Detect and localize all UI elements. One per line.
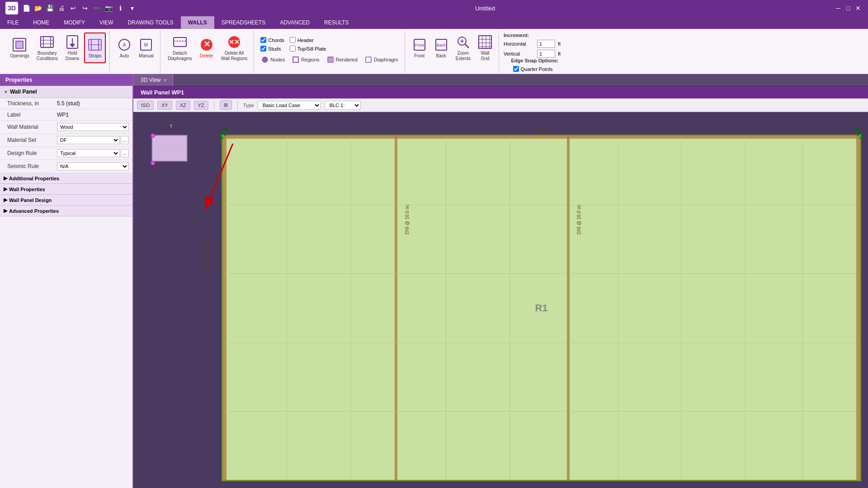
stud-line-2: [567, 136, 570, 480]
quarter-points-checkbox[interactable]: [513, 66, 519, 72]
h-grid-2: [223, 273, 860, 274]
print-icon[interactable]: 🖨: [57, 4, 66, 13]
boundary-conditions-icon: [40, 35, 54, 49]
wall-panel-design-section[interactable]: ▶ Wall Panel Design: [0, 195, 132, 206]
svg-marker-27: [366, 57, 371, 62]
seismic-rule-label: Seismic Rule: [7, 163, 57, 169]
preview-dot-2: [151, 161, 155, 165]
v-grid-4: [509, 136, 510, 480]
minus-icon[interactable]: ➖: [92, 4, 101, 13]
type-label: Type: [243, 103, 254, 108]
material-set-select[interactable]: DF: [57, 136, 120, 144]
node-label-n1: N1: [854, 126, 860, 131]
wall-grid-button[interactable]: WallGrid: [475, 33, 495, 63]
header-checkbox[interactable]: [290, 37, 296, 43]
detach-diaphragms-button[interactable]: DetachDiaphragms: [165, 33, 195, 63]
wall-panel-collapse-icon: ▼: [4, 89, 8, 94]
detach-diaphragms-icon: [173, 35, 187, 49]
rendered-button[interactable]: Rendered: [324, 55, 360, 64]
studs-checkbox[interactable]: [260, 46, 266, 52]
zoom-extents-button[interactable]: ZoomExtents: [453, 33, 473, 63]
diaphragm-button[interactable]: Diaphragm: [362, 55, 401, 64]
maximize-button[interactable]: □: [844, 4, 853, 13]
left-stud: [223, 136, 226, 480]
info-icon[interactable]: ℹ: [116, 4, 125, 13]
properties-content: ▼ Wall Panel Thickness, in 5.5 (stud) La…: [0, 86, 132, 488]
layout-button[interactable]: ⊞: [220, 100, 232, 110]
wall-properties-icon: ▶: [4, 186, 7, 192]
iso-view-button[interactable]: ISO: [137, 101, 154, 110]
wall-properties-section[interactable]: ▶ Wall Properties: [0, 184, 132, 195]
top-sill-checkbox[interactable]: [290, 46, 296, 52]
3d-view-tab-close[interactable]: ✕: [163, 78, 167, 83]
additional-properties-section[interactable]: ▶ Additional Properties: [0, 173, 132, 184]
zoom-extents-icon: [456, 35, 470, 49]
wall-material-select[interactable]: Wood: [57, 123, 129, 131]
front-button[interactable]: Front Front: [410, 33, 429, 63]
material-set-row: Material Set DF ...: [0, 134, 132, 147]
chords-checkbox-row[interactable]: Chords: [259, 36, 286, 44]
hold-downs-icon: [65, 35, 80, 49]
studs-checkbox-row[interactable]: Studs: [259, 45, 286, 52]
nodes-button[interactable]: Nodes: [259, 55, 288, 64]
boundary-conditions-button[interactable]: BoundaryConditions: [34, 33, 61, 63]
v-grid-5: [618, 136, 618, 480]
wall-material-row: Wall Material Wood: [0, 121, 132, 134]
menu-home[interactable]: HOME: [26, 16, 57, 29]
delete-all-wall-regions-button[interactable]: ✕✕ Delete AllWall Regions: [218, 33, 250, 63]
delete-button[interactable]: ✕ Delete: [197, 33, 217, 63]
quarter-points-row[interactable]: Quarter Points: [511, 65, 559, 73]
menu-advanced[interactable]: ADVANCED: [273, 16, 317, 29]
delete-all-icon: ✕✕: [227, 35, 241, 49]
minimize-button[interactable]: ─: [834, 4, 843, 13]
open-file-icon[interactable]: 📂: [33, 4, 42, 13]
close-button[interactable]: ✕: [854, 4, 863, 13]
xz-view-button[interactable]: XZ: [176, 101, 190, 110]
menu-walls[interactable]: WALLS: [181, 16, 214, 29]
redo-icon[interactable]: ↪: [80, 4, 90, 13]
new-file-icon[interactable]: 📄: [22, 4, 31, 13]
wall-panel-container: N4 N1 2·2X6: [222, 135, 861, 481]
properties-tab[interactable]: Properties: [0, 74, 132, 86]
design-rule-select[interactable]: Typical: [57, 149, 120, 157]
type-select[interactable]: Basic Load Case: [258, 101, 321, 110]
save-icon[interactable]: 💾: [45, 4, 54, 13]
menu-spreadsheets[interactable]: SPREADSHEETS: [214, 16, 273, 29]
menu-view[interactable]: VIEW: [92, 16, 121, 29]
chords-checkbox[interactable]: [260, 37, 266, 43]
header-checkbox-row[interactable]: Header: [288, 36, 328, 44]
camera-icon[interactable]: 📷: [104, 4, 113, 13]
node-label-n4: N4: [223, 126, 229, 131]
canvas-area[interactable]: Y N4 N1 2·2X6: [133, 112, 868, 488]
back-button[interactable]: Back Back: [431, 33, 451, 63]
advanced-properties-section[interactable]: ▶ Advanced Properties: [0, 206, 132, 216]
menu-drawing-tools[interactable]: DRAWING TOOLS: [121, 16, 181, 29]
blc-select[interactable]: BLC 1:: [325, 101, 361, 110]
top-sill-checkbox-row[interactable]: Top/Sill Plate: [288, 45, 328, 52]
viewport-tabs: 3D View ✕: [133, 74, 868, 86]
menu-results[interactable]: RESULTS: [317, 16, 356, 29]
regions-button[interactable]: Regions: [289, 55, 322, 64]
wall-panel-section-header[interactable]: ▼ Wall Panel: [0, 86, 132, 98]
yz-view-button[interactable]: YZ: [194, 101, 208, 110]
vertical-increment-input[interactable]: [537, 50, 555, 58]
material-set-ellipsis[interactable]: ...: [121, 136, 129, 144]
auto-button[interactable]: A Auto: [114, 33, 134, 63]
horizontal-increment-input[interactable]: [537, 40, 555, 48]
manual-button[interactable]: M Manual: [136, 33, 156, 63]
hold-downs-button[interactable]: HoldDowns: [62, 33, 82, 63]
main-layout: Properties ▼ Wall Panel Thickness, in 5.…: [0, 74, 868, 488]
menu-modify[interactable]: MODIFY: [57, 16, 92, 29]
stud-label-1: 2X6 @ 16.0 oc: [405, 205, 410, 235]
design-rule-ellipsis[interactable]: ...: [121, 149, 129, 157]
xy-view-button[interactable]: XY: [157, 101, 172, 110]
undo-icon[interactable]: ↩: [69, 4, 78, 13]
stud-line-1: [395, 136, 397, 480]
straps-button[interactable]: Straps: [84, 33, 106, 63]
menu-file[interactable]: FILE: [0, 16, 26, 29]
seismic-rule-select[interactable]: N/A: [57, 162, 129, 170]
openings-icon: [12, 38, 27, 52]
3d-view-tab[interactable]: 3D View ✕: [133, 74, 175, 86]
dropdown-icon[interactable]: ▾: [127, 4, 137, 13]
openings-button[interactable]: Openings: [7, 33, 32, 63]
